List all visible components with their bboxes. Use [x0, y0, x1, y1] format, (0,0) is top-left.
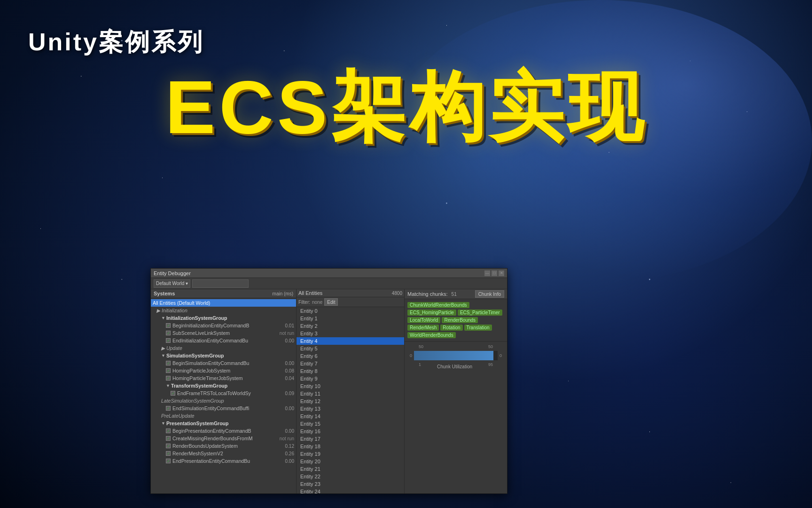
- sys-renderbounds[interactable]: RenderBoundsUpdateSystem 0.12: [151, 442, 296, 450]
- entity-item-12[interactable]: Entity 12: [297, 397, 404, 405]
- tag-ecs-homing[interactable]: ECS_HomingParticle: [407, 310, 456, 316]
- entity-item-23[interactable]: Entity 23: [297, 480, 404, 488]
- search-input[interactable]: [192, 279, 249, 288]
- entity-item-10[interactable]: Entity 10: [297, 382, 404, 390]
- entity-item-7[interactable]: Entity 7: [297, 360, 404, 367]
- sys-end-sim[interactable]: EndSimulationEntityCommandBuffi 0.00: [151, 405, 296, 412]
- entity-item-6[interactable]: Entity 6: [297, 352, 404, 360]
- minimize-button[interactable]: —: [484, 270, 490, 276]
- entities-panel: All Entities 4800 Filter: none Edit Enti…: [297, 289, 405, 493]
- entity-item-1[interactable]: Entity 1: [297, 315, 404, 322]
- tag-worldrender[interactable]: WorldRenderBounds: [407, 332, 456, 338]
- chunk-zero-left: 0: [407, 353, 412, 358]
- entities-header-label: All Entities: [298, 290, 322, 296]
- tag-chunkworld[interactable]: ChunkWorldRenderBounds: [407, 302, 469, 308]
- entity-item-18[interactable]: Entity 18: [297, 443, 404, 450]
- sys-init-group[interactable]: ▼ InitializationSystemGroup: [151, 314, 296, 322]
- checkbox-end-sim[interactable]: [166, 406, 171, 411]
- entity-item-16[interactable]: Entity 16: [297, 428, 404, 435]
- sys-rendermesh[interactable]: RenderMeshSystemV2 0.26: [151, 450, 296, 457]
- systems-list[interactable]: All Entities (Default World) ▶ Initializ…: [151, 298, 296, 493]
- entity-item-9[interactable]: Entity 9: [297, 375, 404, 382]
- checkbox-homing-timer[interactable]: [166, 376, 171, 381]
- checkbox-end-init[interactable]: [166, 338, 171, 343]
- tag-ecs-particle[interactable]: ECS_ParticleTimer: [458, 310, 502, 316]
- entity-item-3[interactable]: Entity 3: [297, 330, 404, 337]
- matching-chunks-value: 51: [452, 292, 457, 297]
- sys-begin-init[interactable]: BeginInitializationEntityCommandB 0.01: [151, 322, 296, 329]
- tag-rendermesh[interactable]: RenderMesh: [407, 325, 439, 331]
- chunk-bottom-numbers: 1 Chunk Utilization 95: [407, 362, 504, 369]
- entity-item-21[interactable]: Entity 21: [297, 465, 404, 473]
- checkbox-rendermesh[interactable]: [166, 451, 171, 456]
- entity-item-17[interactable]: Entity 17: [297, 435, 404, 443]
- sys-transform-group[interactable]: ▼ TransformSystemGroup: [151, 382, 296, 389]
- entity-debugger-window: Entity Debugger — □ ✕ Default World ▾ Sy…: [150, 268, 508, 494]
- main-content: Systems main (ms) All Entities (Default …: [151, 289, 507, 493]
- chunk-axis-1: 1: [419, 362, 421, 369]
- all-entities-item[interactable]: All Entities (Default World): [151, 299, 296, 307]
- sys-homing-job[interactable]: HomingParticleJobSystem 0.08: [151, 367, 296, 374]
- filter-value: none: [312, 300, 322, 305]
- edit-filter-button[interactable]: Edit: [324, 298, 338, 306]
- chunk-bar: [414, 351, 498, 360]
- window-titlebar: Entity Debugger — □ ✕: [151, 269, 507, 278]
- entity-item-0[interactable]: Entity 0: [297, 307, 404, 315]
- checkbox-createmissing[interactable]: [166, 436, 171, 441]
- checkbox-homing-job[interactable]: [166, 368, 171, 373]
- checkbox-begin-sim[interactable]: [166, 361, 171, 365]
- chunk-axis-95: 95: [488, 362, 493, 369]
- tag-localtoworld[interactable]: LocalToWorld: [407, 317, 440, 323]
- world-dropdown[interactable]: Default World ▾: [154, 279, 190, 288]
- entity-count: 4800: [392, 291, 402, 296]
- chunk-utilization-label: Chunk Utilization: [437, 364, 472, 369]
- sys-createmissing[interactable]: CreateMissingRenderBoundsFromM not run: [151, 435, 296, 442]
- maximize-button[interactable]: □: [492, 270, 497, 276]
- sys-begin-pres[interactable]: BeginPresentationEntityCommandB 0.00: [151, 427, 296, 435]
- sys-subscene[interactable]: SubSceneLiveLinkSystem not run: [151, 329, 296, 337]
- sys-sim-group[interactable]: ▼ SimulationSystemGroup: [151, 352, 296, 359]
- entity-item-24[interactable]: Entity 24: [297, 488, 404, 493]
- checkbox-begin-init[interactable]: [166, 323, 171, 328]
- entity-item-4[interactable]: Entity 4: [297, 337, 404, 345]
- entity-item-20[interactable]: Entity 20: [297, 458, 404, 465]
- checkbox-endframe[interactable]: [171, 391, 175, 396]
- entity-item-13[interactable]: Entity 13: [297, 405, 404, 413]
- tag-translation[interactable]: Translation: [464, 325, 492, 331]
- chunk-top-numbers: 50 50: [407, 344, 504, 349]
- chunk-left-value: 50: [419, 344, 423, 349]
- entities-toolbar: All Entities 4800: [297, 289, 404, 297]
- sys-presentation-group[interactable]: ▼ PresentationSystemGroup: [151, 420, 296, 427]
- entity-item-2[interactable]: Entity 2: [297, 322, 404, 330]
- entity-item-15[interactable]: Entity 15: [297, 420, 404, 428]
- sys-initialization: ▶ Initialization: [151, 307, 296, 314]
- close-button[interactable]: ✕: [499, 270, 504, 276]
- checkbox-begin-pres[interactable]: [166, 429, 171, 433]
- chunk-panel: Matching chunks: 51 Chunk Info ChunkWorl…: [405, 289, 507, 493]
- sys-begin-sim[interactable]: BeginSimulationEntityCommandBu 0.00: [151, 359, 296, 367]
- entity-item-5[interactable]: Entity 5: [297, 345, 404, 352]
- entity-list[interactable]: Entity 0 Entity 1 Entity 2 Entity 3 Enti…: [297, 307, 404, 493]
- sys-end-init[interactable]: EndInitializationEntityCommandBu 0.00: [151, 337, 296, 344]
- filter-label: Filter:: [298, 300, 310, 305]
- matching-chunks-label: Matching chunks:: [407, 291, 448, 297]
- systems-time-header: main (ms): [273, 291, 293, 296]
- checkbox-end-pres[interactable]: [166, 459, 171, 463]
- entity-item-11[interactable]: Entity 11: [297, 390, 404, 397]
- checkbox-renderbounds[interactable]: [166, 444, 171, 448]
- tag-rotation[interactable]: Rotation: [440, 325, 462, 331]
- toolbar: Default World ▾: [151, 278, 507, 289]
- entity-item-8[interactable]: Entity 8: [297, 367, 404, 375]
- sys-end-pres[interactable]: EndPresentationEntityCommandBu 0.00: [151, 457, 296, 465]
- sys-endframe[interactable]: EndFrameTRSToLocalToWorldSy 0.09: [151, 389, 296, 397]
- entity-item-19[interactable]: Entity 19: [297, 450, 404, 458]
- entity-item-14[interactable]: Entity 14: [297, 413, 404, 420]
- checkbox-subscene[interactable]: [166, 331, 171, 335]
- window-controls: — □ ✕: [484, 270, 504, 276]
- sys-homing-timer[interactable]: HomingParticleTimerJobSystem 0.04: [151, 374, 296, 382]
- entity-item-22[interactable]: Entity 22: [297, 473, 404, 480]
- chunk-visualization: 50 50 0 0 1 Chunk Utilization 95: [405, 341, 507, 372]
- tag-renderbounds[interactable]: RenderBounds: [442, 317, 478, 323]
- sys-update: ▶ Update: [151, 344, 296, 352]
- chunk-info-tab[interactable]: Chunk Info: [475, 290, 504, 298]
